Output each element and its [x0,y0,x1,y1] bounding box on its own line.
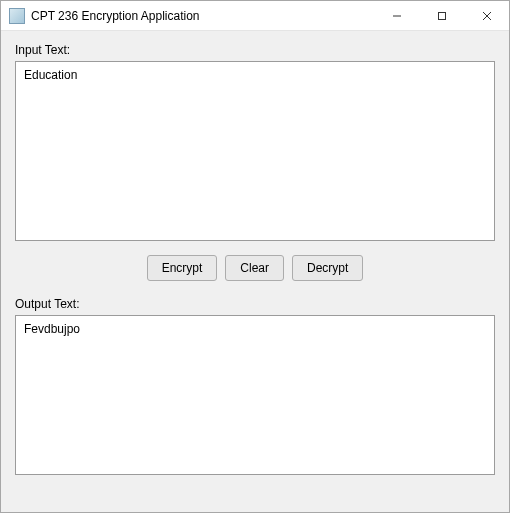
content-pane: Input Text: Encrypt Clear Decrypt Output… [1,31,509,512]
close-button[interactable] [464,1,509,30]
titlebar: CPT 236 Encryption Application [1,1,509,31]
input-label: Input Text: [15,43,495,57]
decrypt-button[interactable]: Decrypt [292,255,363,281]
button-row: Encrypt Clear Decrypt [15,241,495,295]
encrypt-button[interactable]: Encrypt [147,255,218,281]
input-textarea[interactable] [15,61,495,241]
output-textarea[interactable] [15,315,495,475]
close-icon [482,11,492,21]
window-controls [374,1,509,30]
maximize-icon [437,11,447,21]
app-window: CPT 236 Encryption Application Input Tex… [0,0,510,513]
window-title: CPT 236 Encryption Application [31,9,374,23]
maximize-button[interactable] [419,1,464,30]
output-label: Output Text: [15,297,495,311]
svg-rect-1 [438,12,445,19]
clear-button[interactable]: Clear [225,255,284,281]
minimize-icon [392,11,402,21]
app-icon [9,8,25,24]
minimize-button[interactable] [374,1,419,30]
